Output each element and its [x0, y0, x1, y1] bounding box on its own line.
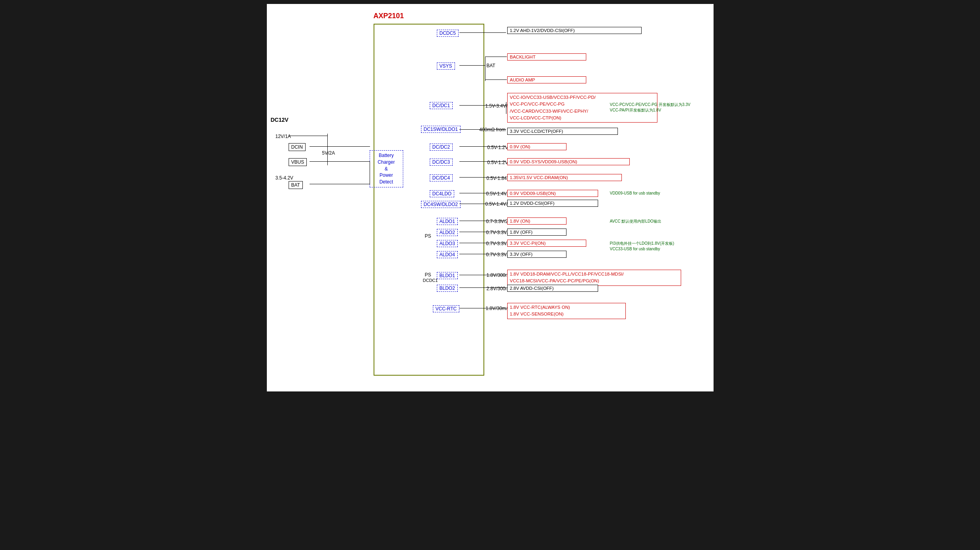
comp-bldo2: BLDO2 [437, 285, 458, 292]
battery-charger-box: BatteryCharger&PowerDetect [370, 150, 403, 187]
comp-aldo2: ALDO2 [437, 229, 458, 236]
battery-charger-label: BatteryCharger&PowerDetect [378, 153, 395, 185]
v12-1a-label: 12V/1A [276, 134, 291, 139]
output-3p3v-off: 3.3V (OFF) [507, 251, 566, 258]
comp-dc1: DC/DC1 [430, 102, 453, 109]
spec-bat: BAT [487, 63, 495, 68]
comp-bldo1: BLDO1 [437, 272, 458, 279]
schematic-diagram: AXP2101 DC12V 12V/1A DCIN VBUS 5V/2A BAT… [267, 4, 714, 391]
spec-vcc-rtc-voltage: 1.8V/30mA [486, 306, 509, 311]
note-vcc-pc: VCC-PC/VCC-PE/VCC-PG 开发板默认为3.3V VCC-PA/P… [610, 102, 691, 113]
bat-voltage-label: 3.5-4.2V [276, 175, 293, 181]
bat-label: BAT [289, 181, 303, 189]
line-dcin [310, 146, 370, 147]
comp-aldo4: ALDO4 [437, 251, 458, 258]
bat-box: BAT [289, 181, 303, 189]
output-vcc-pi: 3.3V VCC-PI(ON) [507, 240, 586, 247]
vline-bat [370, 161, 370, 184]
line-aldo3 [459, 243, 506, 243]
line-audio [485, 79, 507, 80]
comp-dc4: DC/DC4 [430, 174, 453, 181]
output-0p9v-on: 0.9V (ON) [507, 143, 566, 150]
dcin-label: DCIN [289, 143, 306, 151]
line-dcdc5 [459, 32, 506, 33]
line-bldo2 [459, 287, 506, 288]
comp-aldo1: ALDO1 [437, 218, 458, 225]
line-dc1sw [459, 129, 506, 130]
note-vdd09-usb: VDD09-USB for usb standby [610, 191, 660, 195]
comp-dc1sw: DC1SW/DLDO1 [421, 126, 461, 133]
line-dc2 [459, 146, 506, 147]
output-backlight: BACKLIGHT [507, 53, 586, 60]
line-dc4 [459, 177, 506, 178]
comp-dc4ldo: DC4LDO [430, 190, 455, 197]
line-vbus [310, 161, 370, 162]
output-audio-amp: AUDIO AMP [507, 76, 586, 83]
vbus-label: VBUS [289, 158, 307, 166]
line-vsys [459, 65, 485, 66]
ps-bldo-label: PS [425, 272, 431, 278]
dc12v-label: DC12V [271, 117, 289, 123]
line-aldo1 [459, 221, 506, 221]
output-dvdd-csi: 1.2V DVDD-CSI(OFF) [507, 200, 598, 207]
vline-dc1 [506, 102, 506, 114]
vbus-box: VBUS [289, 158, 307, 166]
comp-dc3: DC/DC3 [430, 159, 453, 166]
note-pi-ldo: PI3供电外挂一个LDO到1.8V(开发板) VCC33-USB for usb… [610, 241, 674, 252]
comp-vsys: VSYS [437, 62, 455, 70]
output-dcdc5: 1.2V AHD-1V2/DVDD-CSI(OFF) [507, 27, 642, 34]
comp-aldo3: ALDO3 [437, 240, 458, 247]
v5-2a-label: 5V/2A [322, 150, 335, 156]
comp-vcc-rtc: VCC-RTC [433, 305, 460, 312]
ps-aldo-label: PS [425, 233, 431, 239]
vline-left1 [327, 134, 328, 165]
dcin-box: DCIN [289, 143, 306, 151]
output-vcc-lcd-off: 3.3V VCC-LCD/CTP(OFF) [507, 128, 618, 135]
line-dc4sw [459, 204, 506, 204]
line-dc3 [459, 161, 506, 162]
output-1p8v-on: 1.8V (ON) [507, 217, 566, 225]
output-vcc-rtc: 1.8V VCC-RTC(ALWAYS ON) 1.8V VCC-SENSORE… [507, 303, 626, 319]
vline-vsys [485, 57, 485, 81]
chip-title: AXP2101 [374, 12, 404, 20]
line-dc1 [459, 105, 506, 106]
line-aldo4 [459, 254, 506, 254]
line-bldo1 [459, 275, 506, 275]
note-avcc: AVCC 默认使用内部LDO输出 [610, 219, 661, 224]
line-bat [310, 184, 370, 184]
output-vcc-dram: 1.35V/1.5V VCC-DRAM(ON) [507, 174, 622, 181]
line-dc4ldo [459, 193, 506, 193]
output-1p8v-off: 1.8V (OFF) [507, 229, 566, 236]
output-vdd-sys: 0.9V VDD-SYS/VDD09-USB(ON) [507, 158, 630, 165]
output-vdd09-usb: 0.9V VDD09-USB(ON) [507, 190, 598, 197]
comp-dc2: DC/DC2 [430, 144, 453, 151]
output-vdd18: 1.8V VDD18-DRAM/VCC-PLL/VCC18-PF/VCC18-M… [507, 270, 681, 286]
comp-dcdc5: DCDC5 [437, 30, 459, 37]
line-aldo2 [459, 232, 506, 232]
comp-dc4sw: DC4SW/DLDO2 [421, 201, 461, 208]
output-avdd-csi: 2.8V AVDD-CSI(OFF) [507, 285, 598, 292]
chip-box [374, 24, 484, 376]
line-12v [289, 136, 327, 136]
ps-dcdc1-label: DCDC1 [423, 278, 438, 283]
line-vcc-rtc [459, 308, 506, 308]
line-backlight [485, 57, 507, 57]
